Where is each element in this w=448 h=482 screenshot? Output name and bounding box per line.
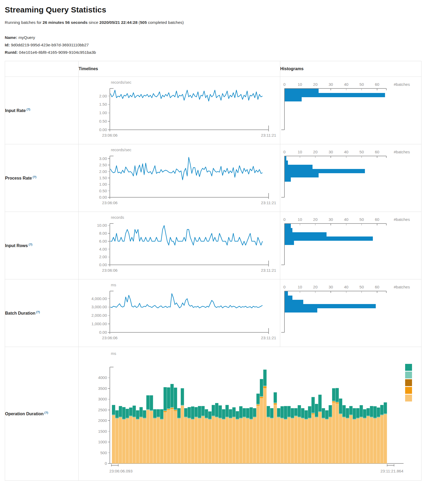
svg-text:#batches: #batches [394, 217, 410, 222]
batch-duration-help-icon[interactable]: (?) [36, 310, 40, 314]
process-rate-histogram-cell: 0102030405060#batches [280, 144, 422, 212]
svg-text:2500: 2500 [98, 407, 107, 412]
row-label-input-rows: Input Rows(?) [5, 212, 79, 279]
batch-duration-label: Batch Duration [5, 311, 35, 315]
row-label-process-rate: Process Rate(?) [5, 144, 79, 212]
svg-text:60: 60 [375, 82, 379, 87]
svg-text:60: 60 [375, 217, 379, 222]
query-name-line: Name: myQuery [5, 34, 448, 41]
svg-text:1.50: 1.50 [99, 176, 107, 180]
svg-text:50: 50 [359, 217, 364, 222]
input-rate-timeline-cell: records/sec2.001.501.000.500.0023:06:062… [79, 77, 280, 144]
process-rate-histogram-chart: 0102030405060#batches [280, 144, 421, 211]
svg-text:#batches: #batches [394, 285, 410, 289]
svg-text:2,000.00: 2,000.00 [92, 313, 107, 318]
svg-text:23:06:06: 23:06:06 [102, 268, 117, 273]
svg-text:23:06:06: 23:06:06 [102, 200, 117, 205]
header-empty-cell [5, 61, 79, 77]
batch-duration-histogram-chart: 0102030405060#batches [280, 279, 421, 346]
svg-text:2.00: 2.00 [99, 93, 107, 98]
batch-duration-timeline-chart: ms4,000.003,000.002,000.001,000.000.0023… [79, 279, 280, 346]
svg-text:2.00: 2.00 [99, 255, 107, 259]
svg-text:#batches: #batches [394, 82, 410, 87]
input-rate-histogram-chart: 0102030405060#batches [280, 77, 421, 143]
query-id-line: Id: 9d0dd219-995d-423e-b97d-36931110bb27 [5, 41, 448, 49]
svg-text:23:11:21: 23:11:21 [261, 200, 276, 205]
svg-text:60: 60 [375, 285, 379, 289]
svg-text:0: 0 [105, 461, 107, 466]
header-histograms: Histograms [280, 61, 422, 77]
svg-text:10: 10 [298, 217, 302, 222]
table-row: Batch Duration(?) ms4,000.003,000.002,00… [5, 279, 422, 347]
svg-text:10.00: 10.00 [97, 223, 107, 227]
svg-text:4.00: 4.00 [99, 247, 107, 251]
process-rate-timeline-chart: records/sec3.002.502.001.501.000.500.002… [79, 144, 280, 211]
running-summary: Running batches for 26 minutes 56 second… [5, 20, 448, 25]
svg-text:10: 10 [298, 285, 302, 289]
svg-text:3,000.00: 3,000.00 [92, 305, 107, 309]
input-rows-histogram-chart: 0102030405060#batches [280, 212, 421, 278]
svg-text:#batches: #batches [394, 150, 410, 154]
table-row: Input Rows(?) records10.008.006.004.002.… [5, 212, 422, 279]
svg-text:23:06:06: 23:06:06 [102, 336, 117, 340]
process-rate-help-icon[interactable]: (?) [33, 175, 36, 178]
svg-text:records: records [111, 215, 124, 220]
svg-text:0.50: 0.50 [99, 188, 107, 193]
row-label-operation-duration: Operation Duration(?) [5, 347, 79, 480]
statistics-table: Timelines Histograms Input Rate(?) recor… [5, 61, 422, 481]
batch-duration-histogram-cell: 0102030405060#batches [280, 279, 422, 347]
start-time: 2020/05/21 22:44:28 [99, 20, 138, 25]
streaming-query-statistics-page: Streaming Query Statistics Running batch… [0, 0, 448, 481]
table-row: Process Rate(?) records/sec3.002.502.001… [5, 144, 422, 212]
svg-text:2.50: 2.50 [99, 163, 107, 167]
query-name-label: Name: [5, 35, 17, 40]
svg-text:0.00: 0.00 [99, 127, 107, 132]
svg-text:23:11:21: 23:11:21 [261, 336, 276, 340]
svg-text:20: 20 [313, 217, 318, 222]
svg-text:3.00: 3.00 [99, 156, 107, 160]
svg-text:40: 40 [344, 82, 349, 87]
operation-duration-help-icon[interactable]: (?) [44, 411, 48, 414]
svg-text:10: 10 [298, 82, 302, 87]
row-label-input-rate: Input Rate(?) [5, 77, 79, 144]
table-row: Input Rate(?) records/sec2.001.501.000.5… [5, 77, 422, 144]
svg-text:1,000.00: 1,000.00 [92, 322, 107, 326]
svg-text:30: 30 [329, 150, 333, 154]
svg-text:50: 50 [359, 285, 364, 289]
row-label-batch-duration: Batch Duration(?) [5, 279, 79, 347]
svg-text:1000: 1000 [98, 440, 107, 444]
query-runid-label: RunId: [5, 50, 18, 55]
svg-text:10: 10 [298, 150, 302, 154]
operation-duration-stacked-chart: ms4000350030002500200015001000500023:06:… [79, 347, 420, 479]
svg-text:3500: 3500 [98, 386, 107, 391]
page-title: Streaming Query Statistics [5, 5, 448, 14]
svg-text:500: 500 [100, 450, 107, 455]
svg-text:23:06:06: 23:06:06 [102, 133, 117, 137]
query-name-value: myQuery [19, 35, 35, 40]
svg-text:ms: ms [111, 283, 116, 287]
input-rows-timeline-cell: records10.008.006.004.002.000.0023:06:06… [79, 212, 280, 279]
svg-text:ms: ms [111, 351, 116, 356]
input-rows-label: Input Rows [5, 243, 28, 248]
svg-text:1500: 1500 [98, 429, 107, 433]
svg-text:1.50: 1.50 [99, 102, 107, 106]
svg-text:records/sec: records/sec [111, 148, 132, 152]
svg-text:20: 20 [313, 285, 318, 289]
completed-batches-suffix: completed batches) [148, 20, 184, 25]
input-rows-histogram-cell: 0102030405060#batches [280, 212, 422, 279]
svg-text:0.00: 0.00 [99, 262, 107, 267]
batch-duration-timeline-cell: ms4,000.003,000.002,000.001,000.000.0023… [79, 279, 280, 347]
operation-duration-label: Operation Duration [5, 412, 44, 416]
input-rate-help-icon[interactable]: (?) [26, 108, 30, 111]
query-id-label: Id: [5, 43, 10, 47]
svg-text:0: 0 [283, 82, 286, 87]
input-rows-help-icon[interactable]: (?) [29, 243, 32, 246]
svg-text:30: 30 [329, 285, 333, 289]
svg-text:2000: 2000 [98, 418, 107, 423]
svg-text:4,000.00: 4,000.00 [92, 296, 107, 301]
operation-duration-chart-cell: ms4000350030002500200015001000500023:06:… [79, 347, 422, 480]
svg-text:23:06:06.093: 23:06:06.093 [109, 469, 133, 473]
table-row: Operation Duration(?) ms4000350030002500… [5, 347, 422, 480]
input-rate-label: Input Rate [5, 108, 26, 113]
process-rate-timeline-cell: records/sec3.002.502.001.501.000.500.002… [79, 144, 280, 212]
